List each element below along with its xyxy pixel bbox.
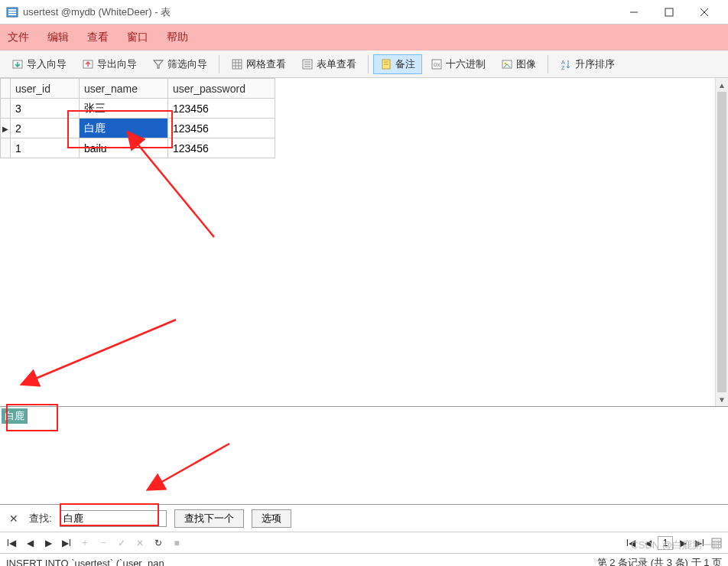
- detail-value[interactable]: 白鹿: [2, 408, 28, 424]
- sort-asc-button[interactable]: AZ 升序排序: [553, 54, 622, 74]
- menu-file[interactable]: 文件: [8, 31, 29, 44]
- menu-edit[interactable]: 编辑: [47, 31, 69, 44]
- row-header-corner: [1, 79, 11, 99]
- search-bar: ✕ 查找: 查找下一个 选项: [0, 505, 728, 532]
- cell-name[interactable]: 张三: [80, 99, 168, 119]
- nav-refresh-button[interactable]: ↻: [151, 536, 165, 550]
- hex-button[interactable]: 0x 十六进制: [424, 54, 492, 74]
- current-row-marker-icon: ▶: [2, 124, 8, 132]
- data-table[interactable]: user_id user_name user_password 3 张三 123…: [0, 78, 275, 158]
- grid-icon: [231, 58, 243, 70]
- svg-text:A: A: [561, 60, 565, 65]
- image-icon: [501, 58, 513, 70]
- cell-id[interactable]: 2: [11, 119, 80, 138]
- import-wizard-button[interactable]: 导入向导: [5, 54, 73, 74]
- nav-last-button[interactable]: ▶I: [60, 536, 73, 550]
- export-wizard-button[interactable]: 导出向导: [75, 54, 144, 74]
- svg-rect-28: [712, 538, 721, 548]
- window-title: usertest @mydb (WhiteDeer) - 表: [23, 5, 616, 19]
- cell-name-selected[interactable]: 白鹿: [80, 119, 168, 138]
- nav-delete-button[interactable]: －: [96, 536, 110, 550]
- cell-id[interactable]: 3: [11, 99, 80, 119]
- toolbar: 导入向导 导出向导 筛选向导 网格查看 表单查看 备注 0x 十六进制 图像 A…: [0, 50, 728, 78]
- column-header-id[interactable]: user_id: [11, 79, 80, 99]
- menu-view[interactable]: 查看: [87, 31, 109, 44]
- cell-id[interactable]: 1: [11, 138, 80, 158]
- cell-name[interactable]: bailu: [80, 138, 168, 158]
- grid-settings-icon: [711, 538, 722, 548]
- nav-apply-button[interactable]: ✓: [115, 536, 128, 550]
- note-icon: [380, 58, 392, 70]
- scroll-thumb[interactable]: [717, 92, 726, 392]
- page-number-input[interactable]: 1: [658, 536, 673, 550]
- hex-icon: 0x: [431, 58, 443, 70]
- form-view-button[interactable]: 表单查看: [294, 54, 363, 74]
- table-row[interactable]: ▶ 2 白鹿 123456: [1, 119, 275, 138]
- nav-add-button[interactable]: ＋: [78, 536, 92, 550]
- row-marker-cell: [1, 99, 11, 119]
- cell-password[interactable]: 123456: [168, 138, 275, 158]
- svg-rect-2: [8, 11, 16, 13]
- search-label: 查找:: [29, 512, 52, 525]
- menu-bar: 文件 编辑 查看 窗口 帮助: [0, 24, 728, 50]
- svg-text:0x: 0x: [434, 61, 440, 68]
- svg-point-25: [505, 62, 507, 64]
- form-icon: [301, 58, 314, 70]
- status-page-info: 第 2 条记录 (共 3 条) 于 1 页: [597, 556, 722, 566]
- search-options-button[interactable]: 选项: [252, 509, 291, 528]
- svg-rect-1: [8, 9, 16, 11]
- svg-rect-10: [232, 60, 242, 69]
- search-input[interactable]: [60, 510, 167, 527]
- svg-rect-3: [8, 14, 16, 15]
- table-header-row: user_id user_name user_password: [1, 79, 275, 99]
- nav-first-button[interactable]: I◀: [5, 536, 18, 550]
- table-row[interactable]: 3 张三 123456: [1, 99, 275, 119]
- page-prev-button[interactable]: ◀: [641, 536, 655, 550]
- page-first-button[interactable]: I◀: [624, 536, 638, 550]
- app-icon: [6, 6, 18, 18]
- page-next-button[interactable]: ▶: [676, 536, 690, 550]
- nav-stop-button[interactable]: ■: [170, 536, 184, 550]
- vertical-scrollbar[interactable]: ▲ ▼: [715, 78, 728, 406]
- sort-asc-icon: AZ: [560, 58, 572, 70]
- table-row[interactable]: 1 bailu 123456: [1, 138, 275, 158]
- record-nav-bar: I◀ ◀ ▶ ▶I ＋ － ✓ ✕ ↻ ■ I◀ ◀ 1 ▶ ▶I: [0, 532, 728, 554]
- filter-icon: [152, 58, 164, 70]
- note-button[interactable]: 备注: [373, 54, 422, 74]
- row-marker-cell: ▶: [1, 119, 11, 138]
- search-close-button[interactable]: ✕: [6, 512, 21, 525]
- svg-rect-5: [665, 8, 673, 16]
- column-header-name[interactable]: user_name: [80, 79, 168, 99]
- import-icon: [11, 58, 24, 70]
- image-button[interactable]: 图像: [494, 54, 543, 74]
- nav-cancel-button[interactable]: ✕: [133, 536, 147, 550]
- scroll-down-arrow-icon[interactable]: ▼: [716, 392, 728, 406]
- title-bar: usertest @mydb (WhiteDeer) - 表: [0, 0, 728, 24]
- row-marker-cell: [1, 138, 11, 158]
- nav-prev-button[interactable]: ◀: [23, 536, 37, 550]
- column-header-password[interactable]: user_password: [168, 79, 275, 99]
- grid-view-button[interactable]: 网格查看: [224, 54, 293, 74]
- cell-password[interactable]: 123456: [168, 99, 275, 119]
- menu-window[interactable]: 窗口: [127, 31, 148, 44]
- toolbar-separator: [548, 55, 548, 73]
- svg-text:Z: Z: [561, 65, 565, 70]
- find-next-button[interactable]: 查找下一个: [174, 509, 244, 528]
- export-icon: [82, 58, 94, 70]
- menu-help[interactable]: 帮助: [167, 31, 188, 44]
- toolbar-separator: [219, 55, 219, 73]
- minimize-button[interactable]: [616, 0, 652, 24]
- maximize-button[interactable]: [652, 0, 687, 24]
- filter-wizard-button[interactable]: 筛选向导: [145, 54, 214, 74]
- toolbar-separator: [368, 55, 369, 73]
- data-grid-area: user_id user_name user_password 3 张三 123…: [0, 78, 728, 407]
- nav-next-button[interactable]: ▶: [41, 536, 55, 550]
- page-last-button[interactable]: ▶I: [693, 536, 707, 550]
- close-button[interactable]: [687, 0, 722, 24]
- status-bar: INSERT INTO `usertest` (`user_nan 第 2 条记…: [0, 554, 728, 566]
- status-sql: INSERT INTO `usertest` (`user_nan: [6, 558, 597, 567]
- detail-pane[interactable]: 白鹿: [0, 407, 728, 505]
- grid-settings-button[interactable]: [710, 536, 723, 550]
- scroll-up-arrow-icon[interactable]: ▲: [716, 78, 728, 92]
- cell-password[interactable]: 123456: [168, 119, 275, 138]
